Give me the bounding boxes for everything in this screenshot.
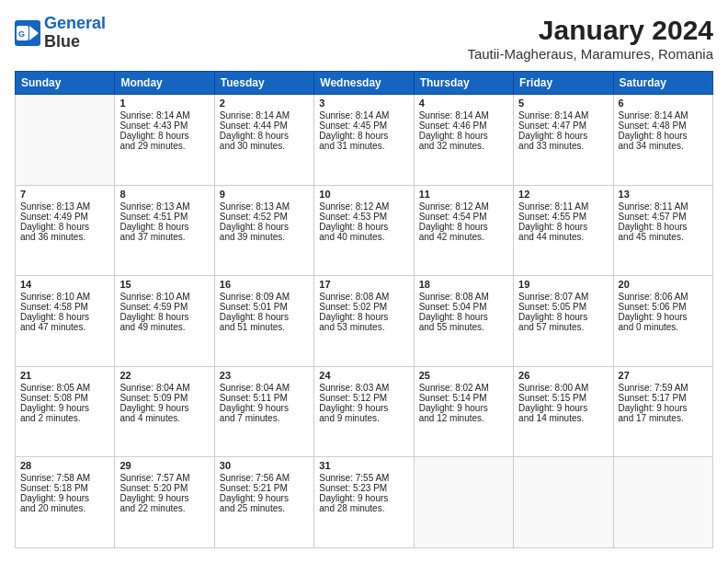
calendar-cell: 8Sunrise: 8:13 AMSunset: 4:51 PMDaylight…: [115, 185, 214, 276]
calendar-cell: 3Sunrise: 8:14 AMSunset: 4:45 PMDaylight…: [314, 95, 414, 186]
day-info-line: Sunset: 5:08 PM: [20, 393, 109, 403]
day-info-line: Sunset: 5:09 PM: [119, 393, 209, 403]
day-info-line: Daylight: 9 hours: [20, 403, 109, 413]
day-info-line: Sunrise: 8:08 AM: [419, 292, 508, 302]
day-info-line: Sunset: 4:43 PM: [119, 121, 209, 131]
day-info-line: Sunset: 5:04 PM: [419, 302, 508, 312]
day-info-line: and 25 minutes.: [220, 503, 309, 513]
day-info-line: Sunset: 4:57 PM: [619, 212, 708, 222]
day-info-line: Daylight: 8 hours: [619, 131, 708, 141]
day-info-line: and 2 minutes.: [20, 413, 109, 423]
day-info-line: Sunset: 4:54 PM: [419, 212, 508, 222]
calendar-cell: [16, 95, 115, 186]
day-info-line: and 37 minutes.: [119, 232, 209, 242]
calendar-cell: 25Sunrise: 8:02 AMSunset: 5:14 PMDayligh…: [414, 366, 513, 457]
day-info-line: and 30 minutes.: [220, 141, 309, 151]
calendar-cell: 6Sunrise: 8:14 AMSunset: 4:48 PMDaylight…: [613, 95, 712, 186]
day-info-line: and 53 minutes.: [319, 322, 408, 332]
day-info-line: Sunset: 5:17 PM: [619, 393, 708, 403]
day-number: 2: [220, 98, 309, 109]
calendar-cell: 26Sunrise: 8:00 AMSunset: 5:15 PMDayligh…: [514, 366, 613, 457]
day-info-line: Daylight: 8 hours: [119, 312, 209, 322]
day-info-line: Sunrise: 7:55 AM: [319, 473, 408, 483]
logo-icon: G: [15, 20, 40, 46]
day-info-line: and 20 minutes.: [20, 503, 109, 513]
title-block: January 2024 Tautii-Magheraus, Maramures…: [467, 15, 713, 62]
page: G GeneralBlue January 2024 Tautii-Magher…: [0, 0, 728, 563]
calendar-cell: 2Sunrise: 8:14 AMSunset: 4:44 PMDaylight…: [214, 95, 313, 186]
calendar-cell: 11Sunrise: 8:12 AMSunset: 4:54 PMDayligh…: [414, 185, 513, 276]
day-number: 15: [119, 279, 209, 290]
day-info-line: Daylight: 8 hours: [119, 131, 209, 141]
calendar-cell: [514, 457, 613, 548]
calendar-cell: 31Sunrise: 7:55 AMSunset: 5:23 PMDayligh…: [314, 457, 414, 548]
day-info-line: Sunrise: 8:11 AM: [518, 201, 608, 212]
day-number: 14: [20, 279, 109, 290]
calendar-cell: 29Sunrise: 7:57 AMSunset: 5:20 PMDayligh…: [115, 457, 214, 548]
day-number: 16: [220, 279, 309, 290]
day-info-line: and 32 minutes.: [419, 141, 508, 151]
day-info-line: and 9 minutes.: [319, 413, 408, 423]
day-number: 10: [319, 189, 408, 200]
day-info-line: Sunrise: 8:06 AM: [619, 292, 708, 302]
day-number: 8: [119, 189, 209, 200]
day-info-line: and 44 minutes.: [518, 232, 608, 242]
day-info-line: Sunset: 5:05 PM: [518, 302, 608, 312]
calendar-cell: 22Sunrise: 8:04 AMSunset: 5:09 PMDayligh…: [115, 366, 214, 457]
day-number: 24: [319, 370, 408, 381]
day-header-saturday: Saturday: [613, 72, 712, 95]
day-number: 25: [419, 370, 508, 381]
day-info-line: Sunset: 4:58 PM: [20, 302, 109, 312]
day-info-line: Daylight: 8 hours: [20, 222, 109, 232]
calendar-week-row: 7Sunrise: 8:13 AMSunset: 4:49 PMDaylight…: [16, 185, 713, 276]
day-info-line: Sunrise: 8:03 AM: [319, 383, 408, 393]
calendar-cell: 17Sunrise: 8:08 AMSunset: 5:02 PMDayligh…: [314, 276, 414, 367]
day-info-line: and 36 minutes.: [20, 232, 109, 242]
day-info-line: Sunset: 5:12 PM: [319, 393, 408, 403]
day-info-line: Daylight: 9 hours: [119, 493, 209, 503]
calendar-body: 1Sunrise: 8:14 AMSunset: 4:43 PMDaylight…: [16, 95, 713, 548]
day-info-line: and 51 minutes.: [220, 322, 309, 332]
day-info-line: Sunset: 4:59 PM: [119, 302, 209, 312]
calendar-week-row: 14Sunrise: 8:10 AMSunset: 4:58 PMDayligh…: [16, 276, 713, 367]
day-info-line: Sunset: 4:49 PM: [20, 212, 109, 222]
day-info-line: Daylight: 8 hours: [220, 131, 309, 141]
calendar-week-row: 28Sunrise: 7:58 AMSunset: 5:18 PMDayligh…: [16, 457, 713, 548]
day-info-line: and 17 minutes.: [619, 413, 708, 423]
calendar-cell: [613, 457, 712, 548]
day-info-line: Sunset: 5:01 PM: [220, 302, 309, 312]
day-number: 30: [220, 460, 309, 471]
day-info-line: Sunset: 5:15 PM: [518, 393, 608, 403]
day-number: 28: [20, 460, 109, 471]
calendar-cell: [414, 457, 513, 548]
day-info-line: Sunrise: 8:12 AM: [319, 201, 408, 212]
day-info-line: and 14 minutes.: [518, 413, 608, 423]
day-info-line: and 33 minutes.: [518, 141, 608, 151]
day-number: 12: [518, 189, 608, 200]
calendar-cell: 15Sunrise: 8:10 AMSunset: 4:59 PMDayligh…: [115, 276, 214, 367]
day-info-line: Daylight: 8 hours: [20, 312, 109, 322]
day-number: 18: [419, 279, 508, 290]
day-info-line: and 57 minutes.: [518, 322, 608, 332]
day-info-line: and 45 minutes.: [619, 232, 708, 242]
day-info-line: Sunrise: 8:10 AM: [20, 292, 109, 302]
day-info-line: Sunrise: 8:08 AM: [319, 292, 408, 302]
day-info-line: Sunset: 5:14 PM: [419, 393, 508, 403]
day-number: 31: [319, 460, 408, 471]
calendar-cell: 9Sunrise: 8:13 AMSunset: 4:52 PMDaylight…: [214, 185, 313, 276]
day-info-line: Daylight: 9 hours: [518, 403, 608, 413]
day-info-line: Daylight: 8 hours: [518, 131, 608, 141]
day-header-wednesday: Wednesday: [314, 72, 414, 95]
day-info-line: Daylight: 9 hours: [619, 312, 708, 322]
calendar-cell: 24Sunrise: 8:03 AMSunset: 5:12 PMDayligh…: [314, 366, 414, 457]
day-info-line: Sunrise: 8:00 AM: [518, 383, 608, 393]
day-number: 29: [119, 460, 209, 471]
day-info-line: Sunrise: 8:07 AM: [518, 292, 608, 302]
calendar-cell: 19Sunrise: 8:07 AMSunset: 5:05 PMDayligh…: [514, 276, 613, 367]
day-number: 1: [119, 98, 209, 109]
day-info-line: Daylight: 8 hours: [419, 131, 508, 141]
day-info-line: Sunset: 5:21 PM: [220, 483, 309, 493]
calendar-cell: 7Sunrise: 8:13 AMSunset: 4:49 PMDaylight…: [16, 185, 115, 276]
day-info-line: Sunrise: 8:13 AM: [220, 201, 309, 212]
day-info-line: Sunrise: 8:14 AM: [518, 110, 608, 121]
